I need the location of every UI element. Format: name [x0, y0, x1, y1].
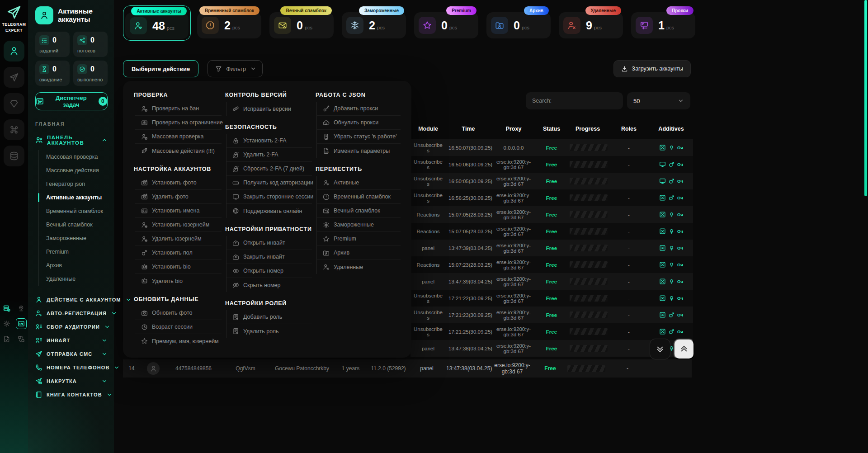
rail-tool-webcam[interactable] [16, 303, 27, 314]
bulb-icon[interactable] [668, 211, 675, 218]
bulb-icon[interactable] [668, 144, 675, 151]
table-row[interactable]: panel13:47:39(03.04.25)erse.io:9200:y-gb… [410, 240, 693, 256]
menu-item[interactable]: Открыть номер [226, 264, 312, 278]
table-row[interactable]: Unsubscribes17:21:23(30.09.25)erse.io:92… [410, 307, 693, 323]
menu-item[interactable]: Возраст сессии [135, 320, 222, 334]
rail-item-person[interactable] [4, 41, 24, 61]
menu-item[interactable]: Поддерживать онлайн [226, 204, 312, 218]
bulb-icon[interactable] [668, 245, 675, 251]
status-card-временный-спамблок[interactable]: Временный спамблок2pcs [195, 5, 263, 41]
menu-item[interactable]: Получить код авторизации [226, 176, 312, 190]
male-icon[interactable] [668, 194, 675, 201]
menu-item[interactable]: Исправить версии [226, 102, 312, 116]
menu-item[interactable]: Обнулить прокси [317, 116, 401, 130]
table-row-partial[interactable]: 14447584849856QgfVsmGocewu Patoncchrkby1… [123, 359, 692, 378]
off-additive[interactable]: Оч [677, 312, 683, 317]
x-square-icon[interactable] [659, 211, 666, 218]
sidebar-subitem[interactable]: Замороженные [39, 231, 108, 245]
x-square-icon[interactable] [659, 228, 666, 235]
sidebar-subitem[interactable]: Premium [39, 245, 108, 259]
select-action-button[interactable]: Выберите действие [123, 60, 198, 77]
menu-item[interactable]: Обновить фото [135, 306, 222, 320]
bulb-icon[interactable] [668, 295, 675, 302]
menu-item[interactable]: Скрыть номер [226, 278, 312, 292]
table-row[interactable]: Unsubscribes16:56:25(30.09.25)erse.io:92… [410, 189, 693, 206]
table-row[interactable]: Reactions15:07:05(28.03.25)erse.io:9200:… [410, 206, 693, 223]
rail-item-send[interactable] [4, 67, 24, 88]
menu-item[interactable]: Установить фото [135, 176, 222, 190]
menu-item[interactable]: Установить юзернейм [135, 218, 222, 232]
x-square-icon[interactable] [659, 278, 666, 285]
table-row[interactable]: Unsubscribes17:21:25(30.09.25)erse.io:92… [410, 323, 693, 340]
menu-item[interactable]: Замороженные [317, 218, 401, 232]
bulb-icon[interactable] [668, 278, 675, 285]
menu-item[interactable]: Массовые действия (!!!) [135, 144, 222, 158]
rail-tool-swap[interactable] [16, 334, 27, 344]
scroll-to-top-button[interactable] [674, 339, 694, 359]
off-additive[interactable]: Оч [677, 229, 683, 234]
menu-item[interactable]: Установить 2-FA [226, 134, 312, 148]
off-additive[interactable]: Оч [677, 245, 683, 250]
menu-item[interactable]: Установить пол [135, 246, 222, 260]
table-row[interactable]: Unsubscribes16:50:05(30.09.25)erse.io:92… [410, 173, 693, 189]
sidebar-subitem[interactable]: Временный спамблок [39, 204, 108, 218]
sidebar-section-отправка-смс[interactable]: ОТПРАВКА СМС [35, 347, 108, 361]
sidebar-section-действие-с-аккаунтом[interactable]: ДЕЙСТВИЕ С АККАУНТОМ [35, 293, 108, 307]
scroll-to-bottom-button[interactable] [650, 339, 670, 359]
off-additive[interactable]: Оч [677, 329, 683, 334]
sidebar-subitem[interactable]: Архив [39, 259, 108, 272]
menu-item[interactable]: Премиум, имя, юзернейм [135, 334, 222, 348]
off-additive[interactable]: Оч [677, 145, 683, 150]
menu-item[interactable]: Активные [317, 176, 401, 190]
menu-item[interactable]: Вечный спамблок [317, 204, 401, 218]
menu-item[interactable]: Удалить 2-FA [226, 148, 312, 162]
off-additive[interactable]: Оч [677, 179, 683, 184]
menu-item[interactable]: Удалить роль [226, 324, 312, 338]
male-icon[interactable] [668, 311, 675, 318]
search-input[interactable] [526, 92, 623, 109]
menu-item[interactable]: Проверить на бан [135, 102, 222, 116]
status-card-удаленные[interactable]: Удаленные9pcs [557, 5, 625, 41]
page-size-select[interactable]: 50 [627, 92, 690, 109]
x-square-icon[interactable] [659, 328, 666, 335]
sidebar-subitem[interactable]: Генератор json [39, 177, 108, 191]
scrollbar-thumb[interactable] [864, 0, 867, 196]
menu-item[interactable]: Временный спамблок [317, 190, 401, 204]
sidebar-section-авто-регистрация[interactable]: АВТО-РЕГИСТРАЦИЯ [35, 307, 108, 320]
off-additive[interactable]: Оч [677, 279, 683, 284]
off-additive[interactable]: Оч [677, 162, 683, 167]
male-icon[interactable] [668, 328, 675, 335]
status-card-замороженные[interactable]: Замороженные2pcs [340, 5, 408, 41]
table-row[interactable]: Reactions15:07:23(28.03.25)erse.io:9200:… [410, 256, 693, 273]
menu-item[interactable]: Добавить роль [226, 310, 312, 324]
x-square-icon[interactable] [659, 245, 666, 251]
menu-item[interactable]: Открыть инвайт [226, 236, 312, 250]
sidebar-section-сбор-аудитории[interactable]: СБОР АУДИТОРИИ [35, 320, 108, 334]
x-square-icon[interactable] [659, 295, 666, 302]
off-additive[interactable]: Оч [677, 262, 683, 267]
table-row[interactable]: Unsubscribes17:21:22(30.09.25)erse.io:92… [410, 290, 693, 307]
rail-item-gem[interactable] [4, 93, 24, 114]
table-row[interactable]: Unsubscribes16:50:07(30.09.25)0.0.0.0:0F… [410, 139, 693, 156]
monitor-icon[interactable] [659, 178, 666, 184]
sidebar-subitem[interactable]: Вечный спамблок [39, 218, 108, 231]
menu-item[interactable]: JSONИзменить параметры [317, 144, 401, 158]
x-square-icon[interactable] [659, 261, 666, 268]
rail-tool-server-check[interactable] [1, 303, 12, 314]
menu-item[interactable]: Удаленные [317, 260, 401, 274]
rail-item-database[interactable] [4, 146, 24, 166]
task-dispatcher-button[interactable]: Диспетчер задач 0 [35, 92, 108, 110]
x-square-icon[interactable] [659, 144, 666, 151]
male-icon[interactable] [668, 161, 675, 168]
menu-item[interactable]: Установить имена [135, 204, 222, 218]
monitor-icon[interactable] [659, 161, 666, 168]
sidebar-section-инвайт[interactable]: ИНВАЙТ [35, 334, 108, 347]
status-card-вечный-спамблок[interactable]: Вечный спамблок0pcs [268, 5, 335, 41]
filter-dropdown[interactable]: Фильтр [208, 60, 263, 77]
rail-tool-gear[interactable] [1, 318, 12, 329]
table-row[interactable]: panel13:47:39(03.04.25)erse.io:9200:y-gb… [410, 273, 693, 290]
menu-item[interactable]: Удалить юзернейм [135, 232, 222, 246]
rail-tool-doc-check[interactable] [1, 334, 12, 344]
table-row[interactable]: Reactions15:07:05(28.03.25)erse.io:9200:… [410, 223, 693, 240]
table-row[interactable]: Unsubscribes16:50:06(30.09.25)erse.io:92… [410, 156, 693, 173]
